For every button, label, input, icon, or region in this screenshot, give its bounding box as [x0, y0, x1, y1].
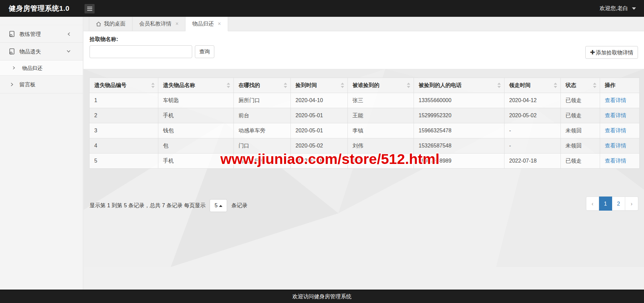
cell-found-time: 2022-07-18: [291, 154, 348, 169]
sidebar-item-label: 教练管理: [19, 25, 41, 43]
cell-found-time: 2020-04-10: [291, 93, 348, 108]
sidebar-item-item-return[interactable]: 物品归还: [0, 60, 83, 76]
footer-text: 欢迎访问健身房管理系统: [292, 294, 352, 299]
column-header-claimed-time[interactable]: 领走时间: [504, 78, 561, 93]
cell-found-where: 前台: [234, 108, 291, 123]
tab-my-desktop[interactable]: 我的桌面: [89, 17, 132, 31]
column-header-found-by[interactable]: 被谁捡到的: [348, 78, 414, 93]
cell-item-id: 4: [90, 138, 158, 154]
cell-item-name: 包: [158, 138, 234, 154]
sort-icon: [407, 83, 410, 88]
cell-found-time: 2020-05-01: [291, 123, 348, 138]
per-page-dropdown[interactable]: 5: [210, 199, 227, 212]
cell-claimed-time: -: [504, 123, 561, 138]
cell-item-id: 3: [90, 123, 158, 138]
search-section: 拾取物名称: 查询 ✚添加拾取物详情: [84, 31, 644, 69]
cell-found-by: 王能: [348, 108, 414, 123]
lost-items-table: 遗失物品编号 遗失物品名称 在哪找的 捡到时间 被谁捡到的 被捡到的人的电话 领…: [89, 78, 640, 169]
table-row: 4 包 门口 2020-05-02 刘伟 15326587548 - 未领回 查…: [90, 138, 640, 154]
hamburger-menu-icon[interactable]: [85, 4, 95, 13]
cell-item-name: 钱包: [158, 123, 234, 138]
cell-item-id: 1: [90, 93, 158, 108]
sidebar-item-label: 物品遗失: [19, 43, 41, 60]
column-header-found-time[interactable]: 捡到时间: [291, 78, 348, 93]
column-header-finder-phone[interactable]: 被捡到的人的电话: [414, 78, 504, 93]
add-pickup-detail-button[interactable]: ✚添加拾取物详情: [585, 46, 638, 59]
sidebar: 教练管理 物品遗失 物品归还 留言板: [0, 17, 83, 290]
page-button-2[interactable]: 2: [612, 197, 625, 211]
sidebar-item-message-board[interactable]: 留言板: [0, 76, 83, 93]
cell-found-time: 2020-05-01: [291, 108, 348, 123]
cell-status: 未领回: [561, 138, 600, 154]
cell-actions: 查看详情: [600, 93, 640, 108]
pager: ‹ 1 2 ›: [586, 197, 638, 211]
table-row: 1 车钥匙 厕所门口 2020-04-10 张三 13355660000 202…: [90, 93, 640, 108]
search-input[interactable]: [90, 45, 192, 58]
view-detail-link[interactable]: 查看详情: [605, 97, 626, 103]
chevron-right-icon: [12, 66, 15, 70]
cell-item-id: 2: [90, 108, 158, 123]
cell-claimed-time: 2022-07-18: [504, 154, 561, 169]
topbar: 健身房管理系统1.0 欢迎您,老白: [0, 0, 644, 17]
column-header-status[interactable]: 状态: [561, 78, 600, 93]
sort-icon: [227, 83, 230, 88]
view-detail-link[interactable]: 查看详情: [605, 143, 626, 148]
chevron-down-icon: [66, 49, 71, 53]
view-detail-link[interactable]: 查看详情: [605, 128, 626, 133]
file-icon: [9, 48, 15, 55]
sidebar-item-label: 留言板: [19, 76, 36, 93]
pagination-summary-suffix: 条记录: [231, 203, 248, 208]
cell-status: 已领走: [561, 93, 600, 108]
cell-actions: 查看详情: [600, 123, 640, 138]
caret-up-icon: [219, 205, 222, 207]
cell-claimed-time: -: [504, 138, 561, 154]
cell-found-by: 刘伟: [348, 138, 414, 154]
column-header-item-id[interactable]: 遗失物品编号: [90, 78, 158, 93]
sidebar-item-lost-items[interactable]: 物品遗失: [0, 43, 83, 60]
sort-icon: [497, 83, 501, 88]
caret-down-icon: [632, 7, 636, 10]
next-page-button[interactable]: ›: [625, 197, 638, 211]
column-header-found-where[interactable]: 在哪找的: [234, 78, 291, 93]
view-detail-link[interactable]: 查看详情: [605, 158, 626, 164]
footer: 欢迎访问健身房管理系统: [0, 290, 644, 303]
column-header-item-name[interactable]: 遗失物品名称: [158, 78, 234, 93]
sort-icon: [554, 83, 557, 88]
app-title: 健身房管理系统1.0: [9, 0, 69, 17]
pagination-summary-prefix: 显示第 1 到第 5 条记录，总共 7 条记录 每页显示: [90, 203, 206, 208]
close-icon[interactable]: ×: [175, 21, 178, 27]
tab-bar: 我的桌面 会员私教详情 × 物品归还 ×: [84, 17, 644, 31]
cell-found-by: 李镇: [348, 123, 414, 138]
user-menu[interactable]: 欢迎您,老白: [600, 0, 636, 17]
tab-member-training-detail[interactable]: 会员私教详情 ×: [132, 17, 185, 31]
view-detail-link[interactable]: 查看详情: [605, 113, 626, 118]
bottom-spacer: [84, 267, 644, 290]
close-icon[interactable]: ×: [218, 21, 221, 27]
table-header-row: 遗失物品编号 遗失物品名称 在哪找的 捡到时间 被谁捡到的 被捡到的人的电话 领…: [90, 78, 640, 93]
sort-icon: [151, 83, 155, 88]
content-area: 遗失物品编号 遗失物品名称 在哪找的 捡到时间 被谁捡到的 被捡到的人的电话 领…: [84, 69, 644, 267]
prev-page-button[interactable]: ‹: [586, 197, 599, 211]
home-icon: [96, 21, 101, 27]
table-row: 3 钱包 动感单车旁 2020-05-01 李镇 15966325478 - 未…: [90, 123, 640, 138]
cell-found-time: 2020-05-02: [291, 138, 348, 154]
sidebar-item-coach-management[interactable]: 教练管理: [0, 25, 83, 43]
app-window: 健身房管理系统1.0 欢迎您,老白 教练管理 物品遗失: [0, 0, 644, 303]
add-button-label: 添加拾取物详情: [596, 50, 633, 55]
file-icon: [9, 31, 15, 37]
cell-status: 未领回: [561, 123, 600, 138]
page-button-1[interactable]: 1: [599, 197, 612, 211]
cell-finder-phone: 13355660000: [414, 93, 504, 108]
cell-finder-phone: 18987878989: [414, 154, 504, 169]
cell-found-where: 厕所门口: [234, 93, 291, 108]
chevron-left-icon: [67, 32, 71, 36]
welcome-text: 欢迎您,老白: [600, 5, 628, 11]
cell-found-where: 门口: [234, 138, 291, 154]
table-row: 2 手机 前台 2020-05-01 王能 15299952320 2020-0…: [90, 108, 640, 123]
tab-item-return[interactable]: 物品归还 ×: [185, 17, 228, 31]
tab-label: 我的桌面: [104, 20, 125, 28]
table-region: 遗失物品编号 遗失物品名称 在哪找的 捡到时间 被谁捡到的 被捡到的人的电话 领…: [84, 78, 644, 169]
cell-actions: 查看详情: [600, 108, 640, 123]
query-button[interactable]: 查询: [195, 45, 214, 58]
sort-icon: [593, 83, 596, 88]
